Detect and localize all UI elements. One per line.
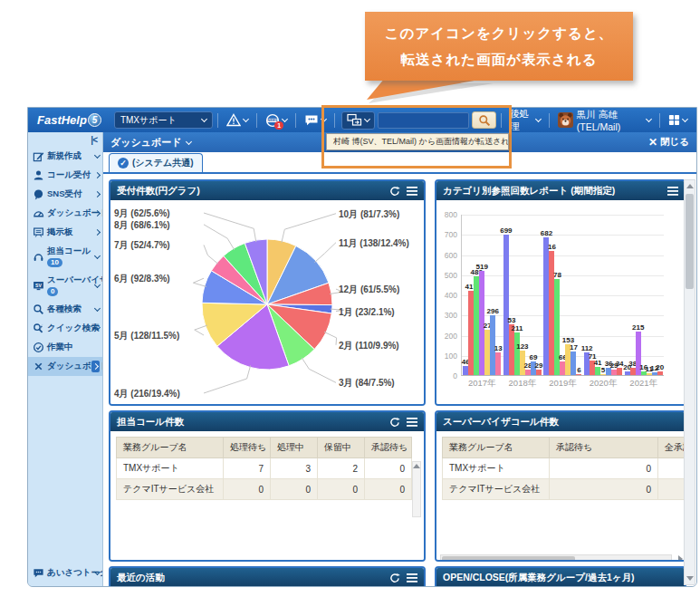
pie-label-7月: 7月 (52/4.7%) xyxy=(114,239,202,252)
sidebar-item-label: ダッシュボード xyxy=(47,361,91,372)
bar-group-2018年: 699532111232869292018年 xyxy=(503,215,542,375)
user-menu[interactable]: 黒川 高雄(TEL/Mail) xyxy=(554,109,655,132)
chevron-down-icon xyxy=(282,116,288,122)
divider xyxy=(549,113,550,128)
pie-label-8月: 8月 (68/6.1%) xyxy=(114,219,202,232)
bar[interactable]: 13 xyxy=(495,352,501,375)
scroll-down-icon[interactable] xyxy=(686,576,694,581)
news-menu[interactable]: NEWS 1 xyxy=(262,113,291,128)
sidebar-item-greeting-talk[interactable]: あいさつトーク xyxy=(28,563,102,583)
sidebar-item-call-intake[interactable]: コール受付 xyxy=(28,166,102,185)
panel-title: 受付件数(円グラフ) xyxy=(117,185,200,197)
agent-status-dropdown[interactable]: 後処理 xyxy=(506,108,544,133)
bar[interactable]: 34 xyxy=(617,368,622,375)
screen-transfer-button[interactable] xyxy=(341,111,375,130)
gauge-icon xyxy=(32,207,45,219)
agent-status-value: 後処理 xyxy=(510,108,532,133)
sidebar-item-dashboard[interactable]: ダッシュボード xyxy=(28,204,102,223)
sidebar-item-label: コール受付 xyxy=(47,169,91,181)
quick-search-icon xyxy=(32,323,45,334)
hamburger-menu-icon[interactable] xyxy=(407,573,417,583)
panel-header: OPEN/CLOSE(所属業務グループ/過去1ヶ月) xyxy=(436,568,685,586)
hamburger-menu-icon[interactable] xyxy=(667,187,678,196)
sidebar-item-new[interactable]: 新規作成 xyxy=(28,147,102,166)
my-call-table: 業務グループ名処理待ち処理中保留中承認待ちTMXサポート7320テクマITサービ… xyxy=(116,437,412,500)
chevron-right-icon xyxy=(92,363,99,370)
bar[interactable]: 20 xyxy=(657,371,663,376)
column-header[interactable]: 業務グループ名 xyxy=(443,438,550,458)
global-search-input[interactable] xyxy=(378,112,469,129)
y-axis-tick: 600 xyxy=(437,251,457,260)
table-row[interactable]: テクマITサービス会社0000 xyxy=(117,479,412,500)
sidebar-item-quick-search[interactable]: クイック検索 xyxy=(28,319,102,338)
x-axis-label: 2021年 xyxy=(629,378,657,390)
pie-label-11月: 11月 (138/12.4%) xyxy=(339,237,426,250)
bar[interactable]: 6 xyxy=(576,374,581,375)
count-badge: 0 xyxy=(47,287,58,296)
cell-group-name: テクマITサービス会社 xyxy=(443,479,550,500)
messages-menu[interactable] xyxy=(301,114,330,127)
scroll-right-icon[interactable] xyxy=(678,555,683,562)
sidebar-item-supervisor[interactable]: SVスーパーバイザ0 xyxy=(28,271,102,300)
table-row[interactable]: TMXサポート7320 xyxy=(117,458,412,479)
sidebar-item-dashboard-open[interactable]: ダッシュボード xyxy=(28,357,102,376)
person-icon xyxy=(32,169,45,181)
bar-group-2021年: 2038215161112202021年 xyxy=(625,215,663,375)
search-icon xyxy=(32,303,45,315)
y-axis-tick: 500 xyxy=(437,271,457,280)
table-scrollbar[interactable] xyxy=(412,461,421,517)
chevron-down-icon[interactable] xyxy=(186,138,192,144)
refresh-icon[interactable] xyxy=(389,573,400,583)
refresh-icon[interactable] xyxy=(389,186,400,197)
scrollbar-thumb[interactable] xyxy=(686,194,694,289)
panel-recent-activity: 最近の活動 xyxy=(109,566,426,586)
tab-system-common[interactable]: ✓ (システム共通) xyxy=(109,153,203,172)
bar-value-label: 13 xyxy=(494,344,503,352)
sidebar-item-sns-intake[interactable]: SNS受付 xyxy=(28,185,102,204)
scrollbar-thumb[interactable] xyxy=(442,556,575,562)
sidebar-item-board[interactable]: 掲示板 xyxy=(28,223,102,242)
bar[interactable]: 29 xyxy=(536,370,542,376)
column-header[interactable]: 処理中 xyxy=(271,438,318,458)
scroll-up-icon[interactable] xyxy=(686,184,694,188)
sidebar-item-working[interactable]: 作業中 xyxy=(28,338,102,357)
chevron-down-icon xyxy=(321,116,327,122)
close-page-button[interactable]: ✕ 閉じる xyxy=(648,136,689,149)
apps-grid-menu[interactable] xyxy=(665,114,691,126)
bar[interactable]: 17 xyxy=(571,351,576,375)
x-axis-label: 2019年 xyxy=(549,378,577,390)
search-button[interactable] xyxy=(472,111,496,129)
bar-value-label: 682 xyxy=(541,229,552,237)
flyout-arrow[interactable] xyxy=(91,361,100,372)
pie-leader-line xyxy=(204,366,251,394)
panel-title: 担当コール件数 xyxy=(117,416,184,428)
column-header[interactable]: 業務グループ名 xyxy=(117,438,224,458)
horizontal-scrollbar[interactable] xyxy=(440,554,672,562)
panel-header: 受付件数(円グラフ) xyxy=(110,181,424,200)
alerts-menu[interactable] xyxy=(223,113,252,127)
screen-transfer-icon xyxy=(347,113,362,127)
cell-value xyxy=(658,479,687,500)
column-header[interactable]: 承認待ち xyxy=(550,438,658,458)
sidebar-item-label: あいさつトーク xyxy=(47,567,95,579)
column-header[interactable]: 全承認待ち xyxy=(658,438,687,458)
column-header[interactable]: 処理待ち xyxy=(224,438,271,458)
sidebar-item-my-calls[interactable]: 担当コール10 xyxy=(28,242,102,271)
column-header[interactable]: 承認待ち xyxy=(365,438,412,458)
vertical-scrollbar[interactable] xyxy=(684,179,695,585)
refresh-icon[interactable] xyxy=(389,417,400,428)
sidebar-collapse-icon[interactable]: |< xyxy=(28,132,102,147)
pie-label-10月: 10月 (81/7.3%) xyxy=(339,208,426,221)
sidebar-item-search[interactable]: 各種検索 xyxy=(28,300,102,319)
y-axis-tick: 300 xyxy=(437,311,457,320)
table-row[interactable]: テクマITサービス会社0 xyxy=(443,479,687,500)
user-name: 黒川 高雄(TEL/Mail) xyxy=(577,109,643,132)
panel-header: スーパーバイザコール件数 xyxy=(436,412,685,431)
hamburger-menu-icon[interactable] xyxy=(407,187,417,196)
hamburger-menu-icon[interactable] xyxy=(407,418,417,427)
column-header[interactable]: 保留中 xyxy=(318,438,365,458)
table-row[interactable]: TMXサポート0 xyxy=(443,458,687,479)
panel-open-close: OPEN/CLOSE(所属業務グループ/過去1ヶ月) xyxy=(435,566,686,586)
cell-value xyxy=(658,458,687,479)
business-group-dropdown[interactable]: TMXサポート xyxy=(114,111,214,129)
